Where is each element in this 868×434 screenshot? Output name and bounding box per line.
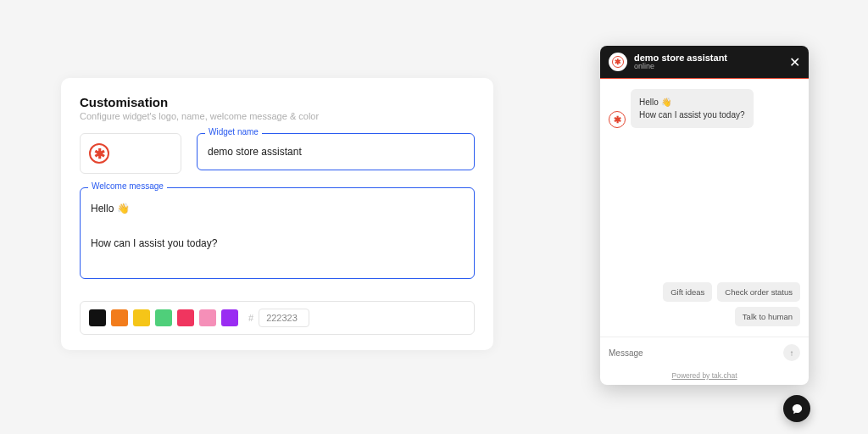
close-icon[interactable]: ✕ [789,54,800,70]
chat-bubble-icon [791,403,804,415]
card-subtitle: Configure widget's logo, name, welcome m… [80,111,475,121]
color-swatch[interactable] [199,309,216,326]
widget-name-label: Widget name [205,127,262,136]
chat-avatar: ✱ [609,53,627,71]
asterisk-icon: ✱ [89,143,109,164]
color-swatch[interactable] [155,309,172,326]
message-bubble: Hello 👋 How can I assist you today? [631,89,754,128]
chat-body: ✱ Hello 👋 How can I assist you today? Gi… [600,79,809,337]
chat-title: demo store assistant [634,53,782,63]
chat-launcher-button[interactable] [783,395,810,422]
color-swatch[interactable] [133,309,150,326]
message-input[interactable] [609,348,776,358]
color-picker: # [80,301,475,335]
welcome-textarea[interactable] [80,187,475,279]
welcome-field: Welcome message [80,187,475,282]
logo-upload[interactable]: ✱ [80,133,181,174]
asterisk-icon: ✱ [609,111,626,128]
chat-header: ✱ demo store assistant online ✕ [600,46,809,79]
powered-by-link[interactable]: Powered by tak.chat [600,368,809,385]
hash-label: # [248,313,253,323]
color-swatch[interactable] [221,309,238,326]
color-swatch[interactable] [111,309,128,326]
quick-reply-chip[interactable]: Check order status [717,282,800,302]
card-title: Customisation [80,95,475,109]
color-swatch[interactable] [177,309,194,326]
hex-input[interactable] [259,309,309,327]
quick-reply-chip[interactable]: Talk to human [735,307,800,326]
chat-preview: ✱ demo store assistant online ✕ ✱ Hello … [600,46,809,385]
color-swatch[interactable] [89,309,106,326]
welcome-label: Welcome message [88,181,167,191]
chat-status: online [634,63,782,71]
quick-replies: Gift ideasCheck order statusTalk to huma… [609,282,800,326]
chat-input-bar: ↑ [600,337,809,368]
customisation-card: Customisation Configure widget's logo, n… [61,78,493,350]
quick-reply-chip[interactable]: Gift ideas [663,282,712,302]
message-row: ✱ Hello 👋 How can I assist you today? [609,89,800,128]
send-button[interactable]: ↑ [783,344,800,361]
widget-name-field: Widget name [197,133,475,170]
widget-name-input[interactable] [197,133,475,170]
